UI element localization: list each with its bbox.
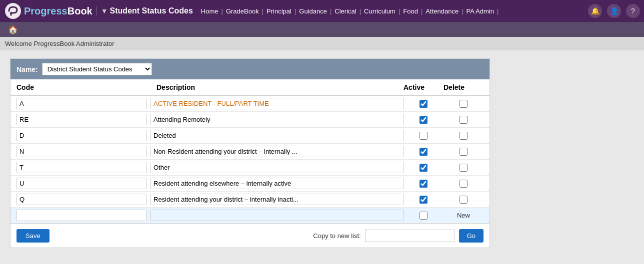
copy-input[interactable] xyxy=(365,230,455,242)
active-checkbox-d[interactable] xyxy=(420,132,428,140)
home-icon-button[interactable]: 🏠 xyxy=(5,24,21,35)
delete-cell-t xyxy=(444,164,484,172)
code-input-a[interactable] xyxy=(16,98,146,109)
table-row xyxy=(10,176,490,192)
name-select[interactable]: District Student Status Codes Option 2 xyxy=(42,63,152,75)
nav-link-guidance[interactable]: Guidance xyxy=(297,7,329,15)
delete-cell-n xyxy=(444,148,484,156)
code-input-d[interactable] xyxy=(16,130,146,141)
welcome-bar: Welcome ProgressBook Administrator xyxy=(0,37,644,50)
new-code-input[interactable] xyxy=(16,210,146,221)
help-button[interactable]: ? xyxy=(626,4,640,18)
new-active-checkbox[interactable] xyxy=(420,212,428,220)
name-label: Name: xyxy=(16,65,38,73)
active-checkbox-a[interactable] xyxy=(420,100,428,108)
user-button[interactable]: 👤 xyxy=(607,4,621,18)
table-row xyxy=(10,144,490,160)
top-navigation: ProgressBook ▼ Student Status Codes Home… xyxy=(0,0,644,22)
table-row xyxy=(10,160,490,176)
active-cell-u xyxy=(404,180,444,188)
desc-input-re[interactable] xyxy=(150,114,404,125)
active-cell-re xyxy=(404,116,444,124)
logo-area: ProgressBook xyxy=(4,2,92,20)
col-header-delete: Delete xyxy=(444,83,484,91)
col-header-description: Description xyxy=(156,83,404,91)
footer-row: Save Copy to new list: Go xyxy=(10,224,490,248)
code-input-u[interactable] xyxy=(16,178,146,189)
name-header-row: Name: District Student Status Codes Opti… xyxy=(10,59,490,79)
svg-point-0 xyxy=(5,3,21,19)
nav-link-attendance[interactable]: Attendance xyxy=(424,7,460,15)
table-row xyxy=(10,192,490,208)
delete-checkbox-n[interactable] xyxy=(460,148,468,156)
active-checkbox-u[interactable] xyxy=(420,180,428,188)
code-input-t[interactable] xyxy=(16,162,146,173)
delete-cell-u xyxy=(444,180,484,188)
active-cell-a xyxy=(404,100,444,108)
code-input-n[interactable] xyxy=(16,146,146,157)
active-checkbox-re[interactable] xyxy=(420,116,428,124)
sub-navigation: 🏠 xyxy=(0,22,644,37)
code-input-q[interactable] xyxy=(16,194,146,205)
notifications-button[interactable]: 🔔 xyxy=(588,4,602,18)
main-content: Name: District Student Status Codes Opti… xyxy=(0,50,644,256)
welcome-text: Welcome ProgressBook Administrator xyxy=(5,40,114,47)
delete-checkbox-re[interactable] xyxy=(460,116,468,124)
col-header-active: Active xyxy=(404,83,444,91)
student-status-codes-table: Name: District Student Status Codes Opti… xyxy=(10,58,490,248)
table-row xyxy=(10,128,490,144)
new-active-cell xyxy=(404,212,444,220)
desc-input-u[interactable] xyxy=(150,178,404,189)
logo-text: ProgressBook xyxy=(24,5,92,17)
delete-checkbox-a[interactable] xyxy=(460,100,468,108)
nav-link-home[interactable]: Home xyxy=(199,7,220,15)
copy-label: Copy to new list: xyxy=(313,232,360,240)
active-cell-n xyxy=(404,148,444,156)
nav-link-gradebook[interactable]: GradeBook xyxy=(224,7,261,15)
delete-checkbox-q[interactable] xyxy=(460,196,468,204)
active-cell-q xyxy=(404,196,444,204)
go-button[interactable]: Go xyxy=(459,229,484,243)
active-cell-d xyxy=(404,132,444,140)
column-headers: Code Description Active Delete xyxy=(10,79,490,96)
dropdown-arrow-icon: ▼ xyxy=(101,7,108,15)
copy-area: Copy to new list: Go xyxy=(313,229,484,243)
desc-input-d[interactable] xyxy=(150,130,404,141)
table-row xyxy=(10,96,490,112)
main-nav-links: Home | GradeBook | Principal | Guidance … xyxy=(199,7,584,15)
page-title: Student Status Codes xyxy=(110,6,193,15)
delete-checkbox-u[interactable] xyxy=(460,180,468,188)
active-checkbox-q[interactable] xyxy=(420,196,428,204)
svg-point-1 xyxy=(10,12,12,14)
new-row: New xyxy=(10,208,490,224)
desc-input-a[interactable] xyxy=(150,98,404,109)
nav-link-clerical[interactable]: Clerical xyxy=(332,7,358,15)
delete-cell-d xyxy=(444,132,484,140)
delete-checkbox-d[interactable] xyxy=(460,132,468,140)
delete-checkbox-t[interactable] xyxy=(460,164,468,172)
desc-input-q[interactable] xyxy=(150,194,404,205)
active-checkbox-n[interactable] xyxy=(420,148,428,156)
desc-input-n[interactable] xyxy=(150,146,404,157)
page-title-area: ▼ Student Status Codes xyxy=(96,6,193,15)
nav-link-pa-admin[interactable]: PA Admin xyxy=(464,7,496,15)
desc-input-t[interactable] xyxy=(150,162,404,173)
col-header-code: Code xyxy=(16,83,156,91)
new-desc-input[interactable] xyxy=(150,210,404,221)
nav-link-curriculum[interactable]: Curriculum xyxy=(362,7,398,15)
table-row xyxy=(10,112,490,128)
delete-cell-a xyxy=(444,100,484,108)
new-label: New xyxy=(457,212,470,219)
active-checkbox-t[interactable] xyxy=(420,164,428,172)
active-cell-t xyxy=(404,164,444,172)
nav-link-principal[interactable]: Principal xyxy=(264,7,294,15)
delete-cell-re xyxy=(444,116,484,124)
new-delete-cell: New xyxy=(444,212,484,219)
nav-link-food[interactable]: Food xyxy=(401,7,420,15)
save-button[interactable]: Save xyxy=(16,229,50,243)
delete-cell-q xyxy=(444,196,484,204)
code-input-re[interactable] xyxy=(16,114,146,125)
logo-icon xyxy=(4,2,22,20)
nav-icon-area: 🔔 👤 ? xyxy=(588,4,640,18)
